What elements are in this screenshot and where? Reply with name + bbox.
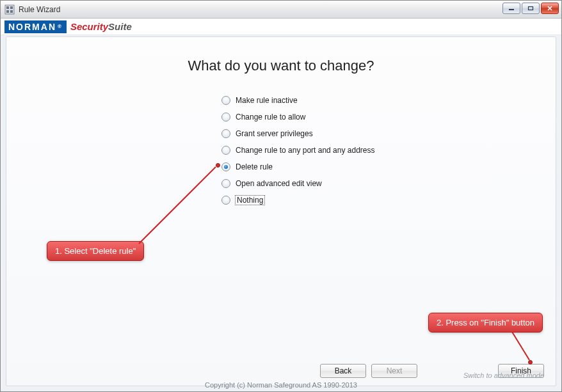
brand-logo: NORMAN® bbox=[4, 20, 67, 33]
option-advanced-edit[interactable]: Open advanced edit view bbox=[221, 175, 374, 192]
registered-mark: ® bbox=[58, 24, 63, 29]
page-heading: What do you want to change? bbox=[6, 58, 556, 74]
option-label: Change rule to allow bbox=[236, 113, 305, 122]
window-title: Rule Wizard bbox=[19, 5, 60, 14]
close-button[interactable] bbox=[541, 3, 559, 14]
option-label: Change rule to any port and any address bbox=[236, 146, 374, 155]
option-label: Delete rule bbox=[236, 162, 273, 171]
option-change-allow[interactable]: Change rule to allow bbox=[221, 109, 374, 125]
svg-rect-6 bbox=[529, 7, 533, 10]
copyright-text: Copyright (c) Norman Safeground AS 1990-… bbox=[1, 381, 561, 389]
brand-name: NORMAN bbox=[8, 22, 56, 32]
annotation-dot-2 bbox=[528, 360, 533, 365]
svg-rect-3 bbox=[6, 10, 9, 13]
annotation-callout-1: 1. Select "Delete rule" bbox=[47, 241, 144, 261]
option-make-inactive[interactable]: Make rule inactive bbox=[221, 92, 374, 109]
brand-suffix: SecuritySuite bbox=[70, 21, 132, 32]
annotation-callout-2: 2. Press on "Finish" button bbox=[428, 313, 543, 333]
maximize-button[interactable] bbox=[522, 3, 540, 14]
switch-advanced-link[interactable]: Switch to advanced mode bbox=[463, 372, 544, 379]
option-any-port-address[interactable]: Change rule to any port and any address bbox=[221, 142, 374, 159]
radio-icon bbox=[221, 179, 230, 188]
svg-rect-2 bbox=[10, 6, 13, 9]
next-button: Next bbox=[371, 364, 417, 378]
options-group: Make rule inactive Change rule to allow … bbox=[221, 92, 374, 208]
wizard-panel: What do you want to change? Make rule in… bbox=[6, 36, 556, 386]
annotation-dot-1 bbox=[216, 163, 220, 168]
radio-icon bbox=[221, 113, 230, 122]
radio-icon bbox=[221, 196, 230, 205]
option-label: Nothing bbox=[236, 196, 264, 205]
radio-icon bbox=[221, 96, 230, 105]
svg-rect-1 bbox=[6, 6, 9, 9]
option-delete-rule[interactable]: Delete rule bbox=[221, 159, 374, 175]
brand-part1: Security bbox=[70, 21, 108, 32]
option-grant-server[interactable]: Grant server privileges bbox=[221, 125, 374, 142]
option-nothing[interactable]: Nothing bbox=[221, 192, 374, 208]
option-label: Open advanced edit view bbox=[236, 179, 322, 188]
brand-bar: NORMAN® SecuritySuite bbox=[1, 19, 561, 35]
brand-part2: Suite bbox=[108, 21, 132, 32]
titlebar: Rule Wizard bbox=[1, 1, 561, 19]
back-button[interactable]: Back bbox=[320, 364, 366, 378]
window-controls bbox=[502, 3, 559, 14]
app-icon bbox=[4, 4, 15, 15]
minimize-button[interactable] bbox=[502, 3, 520, 14]
svg-rect-4 bbox=[10, 10, 13, 13]
radio-icon bbox=[221, 162, 230, 171]
radio-icon bbox=[221, 129, 230, 138]
option-label: Grant server privileges bbox=[236, 129, 313, 138]
radio-icon bbox=[221, 146, 230, 155]
option-label: Make rule inactive bbox=[236, 96, 298, 105]
